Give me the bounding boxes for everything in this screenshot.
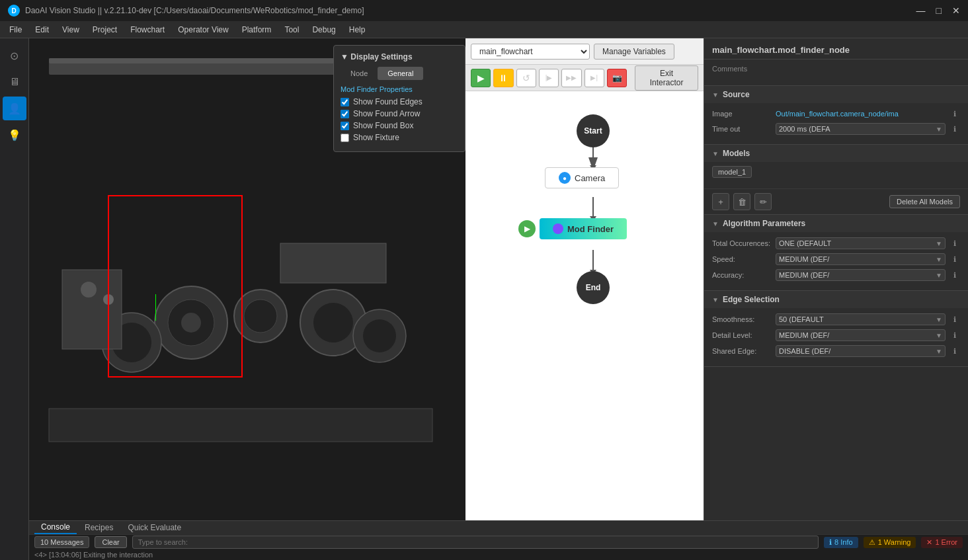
display-tab-node[interactable]: Node bbox=[341, 67, 378, 80]
accuracy-value: MEDIUM (DEF/ bbox=[779, 271, 829, 279]
timeout-dropdown[interactable]: 2000 ms (DEFA ▼ bbox=[776, 123, 946, 135]
accuracy-row: Accuracy: MEDIUM (DEF/ ▼ ℹ bbox=[712, 269, 960, 281]
svg-point-7 bbox=[244, 300, 277, 333]
add-model-button[interactable]: + bbox=[712, 193, 729, 210]
console-message-text: <4> [13:04:06] Exiting the interaction bbox=[29, 549, 968, 560]
maximize-button[interactable]: □ bbox=[936, 5, 942, 16]
flowchart-selector[interactable]: main_flowchart bbox=[471, 44, 590, 60]
fast-forward-button[interactable]: ▶▶ bbox=[561, 69, 581, 87]
clear-console-button[interactable]: Clear bbox=[95, 536, 126, 548]
node-title: main_flowchart.mod_finder_node bbox=[704, 38, 968, 60]
restart-button[interactable]: ↺ bbox=[516, 69, 536, 87]
model-chip[interactable]: model_1 bbox=[712, 166, 752, 178]
camera-capture-button[interactable]: 📷 bbox=[607, 69, 627, 87]
shared-edge-dropdown[interactable]: DISABLE (DEF/ ▼ bbox=[776, 345, 946, 357]
edge-selection-section-header[interactable]: ▼ Edge Selection bbox=[704, 291, 968, 308]
checkbox-show-found-edges[interactable]: Show Found Edges bbox=[341, 97, 458, 106]
close-button[interactable]: ✕ bbox=[952, 5, 960, 16]
menu-project[interactable]: Project bbox=[86, 24, 124, 36]
total-occurrences-arrow: ▼ bbox=[936, 240, 942, 247]
edit-model-button[interactable]: ✏ bbox=[754, 193, 772, 210]
detail-level-value: MEDIUM (DEF/ bbox=[779, 331, 829, 339]
console-search-input[interactable] bbox=[132, 536, 819, 549]
checkbox-show-found-arrow[interactable]: Show Found Arrow bbox=[341, 109, 458, 118]
smoothness-dropdown[interactable]: 50 (DEFAULT ▼ bbox=[776, 313, 946, 325]
sidebar-icon-camera[interactable]: ⊙ bbox=[3, 44, 26, 67]
total-occurrences-dropdown[interactable]: ONE (DEFAULT ▼ bbox=[776, 237, 946, 249]
pause-button[interactable]: ⏸ bbox=[493, 69, 513, 87]
canvas-panel: ▼ Display Settings Node General Mod Find… bbox=[29, 38, 465, 560]
menu-file[interactable]: File bbox=[3, 24, 28, 36]
modfinder-icon bbox=[553, 223, 563, 234]
play-button[interactable]: ▶ bbox=[471, 69, 491, 87]
step-forward-button[interactable]: |▶ bbox=[539, 69, 559, 87]
camera-node-icon: ● bbox=[559, 172, 571, 184]
checkbox-found-arrow-input[interactable] bbox=[341, 110, 349, 118]
display-tab-general[interactable]: General bbox=[378, 67, 423, 80]
exit-interactor-button[interactable]: Exit Interactor bbox=[635, 65, 698, 91]
smoothness-info-icon[interactable]: ℹ bbox=[949, 314, 960, 325]
sidebar-icon-person[interactable]: 👤 bbox=[3, 97, 26, 120]
flowchart-toolbar: main_flowchart Manage Variables bbox=[465, 38, 704, 65]
delete-all-models-button[interactable]: Delete All Models bbox=[889, 195, 960, 208]
menu-tool[interactable]: Tool bbox=[278, 24, 305, 36]
menu-help[interactable]: Help bbox=[343, 24, 372, 36]
error-status-badge[interactable]: ✕ 1 Error bbox=[921, 537, 963, 548]
menu-flowchart[interactable]: Flowchart bbox=[124, 24, 171, 36]
models-section-header[interactable]: ▼ Models bbox=[704, 145, 968, 162]
tab-console[interactable]: Console bbox=[34, 521, 77, 534]
svg-rect-16 bbox=[49, 409, 432, 442]
skip-to-end-button[interactable]: ▶| bbox=[585, 69, 604, 87]
checkbox-show-fixture[interactable]: Show Fixture bbox=[341, 133, 458, 142]
detail-level-dropdown[interactable]: MEDIUM (DEF/ ▼ bbox=[776, 329, 946, 341]
menu-platform[interactable]: Platform bbox=[235, 24, 278, 36]
modfinder-play-indicator: ▶ bbox=[518, 220, 536, 237]
speed-info-icon[interactable]: ℹ bbox=[949, 254, 960, 264]
tab-recipes[interactable]: Recipes bbox=[78, 522, 120, 534]
algorithm-section: ▼ Algorithm Parameters Total Occurences:… bbox=[704, 215, 968, 291]
checkbox-fixture-label: Show Fixture bbox=[353, 133, 399, 142]
checkbox-fixture-input[interactable] bbox=[341, 134, 349, 142]
flowchart-end-node[interactable]: End bbox=[577, 271, 610, 304]
checkbox-show-found-box[interactable]: Show Found Box bbox=[341, 121, 458, 130]
tab-quick-evaluate[interactable]: Quick Evaluate bbox=[121, 522, 188, 534]
warning-status-badge[interactable]: ⚠ 1 Warning bbox=[864, 537, 916, 548]
svg-point-17 bbox=[81, 282, 97, 298]
minimize-button[interactable]: — bbox=[916, 5, 926, 16]
sidebar-icon-bulb[interactable]: 💡 bbox=[3, 123, 26, 147]
end-circle: End bbox=[577, 271, 610, 304]
flowchart-camera-node[interactable]: ● Camera bbox=[545, 167, 619, 188]
menubar: File Edit View Project Flowchart Operato… bbox=[0, 21, 968, 38]
sidebar-icon-monitor[interactable]: 🖥 bbox=[3, 70, 26, 94]
shared-edge-info-icon[interactable]: ℹ bbox=[949, 346, 960, 356]
menu-operator-view[interactable]: Operator View bbox=[171, 24, 235, 36]
accuracy-dropdown[interactable]: MEDIUM (DEF/ ▼ bbox=[776, 269, 946, 281]
warning-icon: ⚠ bbox=[869, 538, 875, 547]
warning-count: 1 Warning bbox=[878, 538, 911, 546]
menu-edit[interactable]: Edit bbox=[28, 24, 56, 36]
source-section-header[interactable]: ▼ Source bbox=[704, 86, 968, 103]
display-settings-tabs: Node General bbox=[341, 67, 458, 80]
flowchart-modfinder-node[interactable]: ▶ Mod Finder bbox=[518, 218, 627, 239]
info-status-badge[interactable]: ℹ 8 Info bbox=[824, 537, 858, 548]
titlebar-controls[interactable]: — □ ✕ bbox=[916, 5, 960, 16]
manage-variables-button[interactable]: Manage Variables bbox=[594, 44, 674, 60]
delete-model-button[interactable]: 🗑 bbox=[733, 193, 750, 210]
image-value[interactable]: Out/main_flowchart.camera_node/ima bbox=[776, 110, 946, 118]
start-label: Start bbox=[584, 126, 602, 136]
accuracy-info-icon[interactable]: ℹ bbox=[949, 270, 960, 280]
algorithm-section-header[interactable]: ▼ Algorithm Parameters bbox=[704, 215, 968, 232]
flowchart-start-node[interactable]: Start bbox=[577, 114, 610, 147]
speed-dropdown[interactable]: MEDIUM (DEF/ ▼ bbox=[776, 253, 946, 265]
timeout-info-icon[interactable]: ℹ bbox=[949, 124, 960, 134]
menu-view[interactable]: View bbox=[56, 24, 86, 36]
menu-debug[interactable]: Debug bbox=[305, 24, 342, 36]
checkbox-found-edges-input[interactable] bbox=[341, 98, 349, 106]
edge-selection-section-title: Edge Selection bbox=[723, 295, 780, 304]
flowchart-panel: main_flowchart Manage Variables ▶ ⏸ ↺ |▶… bbox=[465, 38, 704, 560]
detail-level-info-icon[interactable]: ℹ bbox=[949, 330, 960, 340]
checkbox-found-box-input[interactable] bbox=[341, 122, 349, 130]
image-info-icon[interactable]: ℹ bbox=[949, 108, 960, 119]
total-occurrences-info-icon[interactable]: ℹ bbox=[949, 238, 960, 249]
smoothness-value: 50 (DEFAULT bbox=[779, 315, 824, 323]
